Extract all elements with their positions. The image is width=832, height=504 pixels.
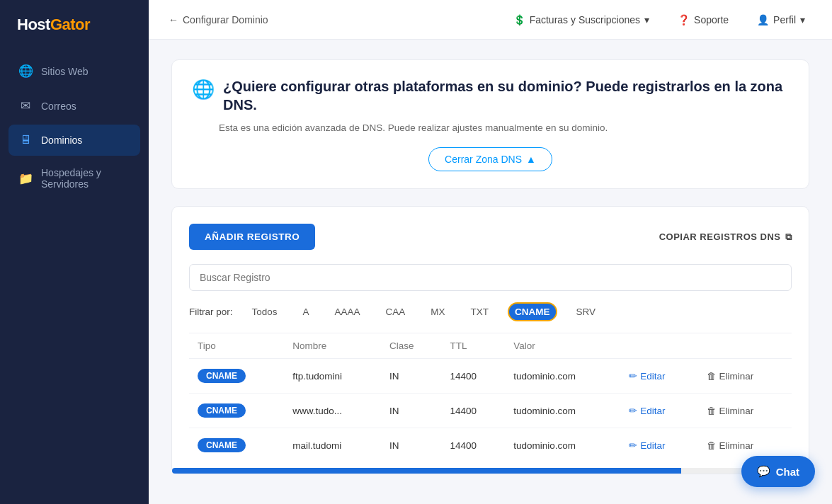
add-record-button[interactable]: AÑADIR REGISTRO [189, 224, 315, 250]
cname-badge: CNAME [198, 369, 246, 383]
facturas-nav[interactable]: 💲 Facturas y Suscripciones ▾ [506, 10, 656, 30]
cell-delete: 🗑 Eliminar [698, 359, 792, 394]
copy-icon: ⧉ [785, 231, 792, 243]
cell-nombre: mail.tudomi [284, 428, 381, 463]
close-dns-button[interactable]: Cerrar Zona DNS ▲ [428, 147, 552, 171]
logo: HostGator [0, 0, 149, 50]
filter-aaaa[interactable]: AAAA [329, 303, 367, 321]
filter-bar: Filtrar por: Todos A AAAA CAA MX TXT CNA… [189, 302, 792, 321]
cell-valor: tudominio.com [505, 394, 620, 428]
perfil-chevron-icon: ▾ [800, 14, 805, 25]
cell-tipo: CNAME [189, 428, 284, 463]
chevron-up-icon: ▲ [526, 154, 536, 165]
page-title: Configurar Dominio [183, 14, 268, 25]
sitios-web-icon: 🌐 [18, 64, 33, 79]
correos-icon: ✉ [18, 98, 33, 113]
cell-ttl: 14400 [441, 394, 505, 428]
sidebar: HostGator 🌐 Sitios Web ✉ Correos 🖥 Domin… [0, 0, 149, 504]
cell-edit: ✏ Editar [620, 394, 697, 428]
search-input[interactable] [189, 264, 792, 291]
cell-tipo: CNAME [189, 359, 284, 394]
back-button[interactable]: ← Configurar Dominio [169, 14, 268, 25]
edit-button[interactable]: ✏ Editar [629, 370, 665, 382]
chat-label: Chat [776, 466, 799, 478]
hospedajes-icon: 📁 [18, 171, 33, 186]
cname-badge: CNAME [198, 403, 246, 418]
copy-records-button[interactable]: COPIAR REGISTROS DNS ⧉ [659, 231, 792, 243]
soporte-nav[interactable]: ❓ Soporte [671, 10, 736, 30]
facturas-chevron-icon: ▾ [644, 14, 649, 25]
filter-a[interactable]: A [297, 303, 316, 321]
col-valor: Valor [505, 333, 620, 359]
col-nombre: Nombre [284, 333, 381, 359]
dominios-icon: 🖥 [18, 133, 33, 147]
cell-ttl: 14400 [441, 428, 505, 463]
cell-nombre: www.tudo... [284, 394, 381, 428]
dns-banner-title: 🌐 ¿Quiere configurar otras plataformas e… [192, 77, 789, 114]
table-scroll-bar[interactable] [172, 468, 809, 474]
col-tipo: Tipo [189, 333, 284, 359]
filter-todos[interactable]: Todos [246, 303, 284, 321]
cell-clase: IN [381, 359, 441, 394]
filter-cname[interactable]: CNAME [508, 302, 557, 321]
cell-valor: tudominio.com [505, 428, 620, 463]
edit-button[interactable]: ✏ Editar [629, 405, 665, 416]
col-actions2 [698, 333, 792, 359]
delete-button[interactable]: 🗑 Eliminar [707, 371, 754, 382]
sidebar-item-correos-label: Correos [41, 101, 76, 112]
cell-nombre: ftp.tudomini [284, 359, 381, 394]
table-row: CNAME ftp.tudomini IN 14400 tudominio.co… [189, 359, 792, 394]
sidebar-item-correos[interactable]: ✉ Correos [8, 90, 140, 122]
copy-records-label: COPIAR REGISTROS DNS [659, 231, 781, 242]
filter-srv[interactable]: SRV [570, 303, 603, 321]
cell-edit: ✏ Editar [620, 428, 697, 463]
col-clase: Clase [381, 333, 441, 359]
filter-txt[interactable]: TXT [465, 303, 496, 321]
dns-banner: 🌐 ¿Quiere configurar otras plataformas e… [171, 59, 809, 189]
question-icon: ❓ [678, 14, 690, 25]
perfil-label: Perfil [773, 14, 796, 25]
table-row: CNAME www.tudo... IN 14400 tudominio.com… [189, 394, 792, 428]
sidebar-item-hospedajes[interactable]: 📁 Hospedajes y Servidores [8, 159, 140, 198]
globe-icon: 🌐 [192, 79, 215, 101]
cname-badge: CNAME [198, 438, 246, 452]
col-ttl: TTL [441, 333, 505, 359]
dollar-icon: 💲 [513, 14, 525, 25]
cell-clase: IN [381, 394, 441, 428]
dns-table-section: AÑADIR REGISTRO COPIAR REGISTROS DNS ⧉ F… [171, 206, 809, 474]
sidebar-item-sitios-web-label: Sitios Web [41, 66, 89, 77]
cell-tipo: CNAME [189, 394, 284, 428]
filter-label: Filtrar por: [189, 307, 233, 317]
main-content: ← Configurar Dominio 💲 Facturas y Suscri… [149, 0, 832, 504]
cell-delete: 🗑 Eliminar [698, 394, 792, 428]
dns-banner-subtitle: Esta es una edición avanzada de DNS. Pue… [219, 122, 789, 133]
table-row: CNAME mail.tudomi IN 14400 tudominio.com… [189, 428, 792, 463]
cell-valor: tudominio.com [505, 359, 620, 394]
cell-clase: IN [381, 428, 441, 463]
close-dns-label: Cerrar Zona DNS [445, 154, 522, 165]
delete-button[interactable]: 🗑 Eliminar [707, 440, 754, 451]
sidebar-nav: 🌐 Sitios Web ✉ Correos 🖥 Dominios 📁 Hosp… [0, 50, 149, 204]
perfil-nav[interactable]: 👤 Perfil ▾ [750, 10, 812, 30]
cell-ttl: 14400 [441, 359, 505, 394]
dns-banner-heading: ¿Quiere configurar otras plataformas en … [223, 77, 789, 114]
sidebar-item-hospedajes-label: Hospedajes y Servidores [41, 167, 130, 190]
cell-edit: ✏ Editar [620, 359, 697, 394]
dns-records-table: Tipo Nombre Clase TTL Valor CNAME ftp.tu… [189, 333, 792, 462]
edit-button[interactable]: ✏ Editar [629, 440, 665, 451]
delete-button[interactable]: 🗑 Eliminar [707, 406, 754, 416]
sidebar-item-dominios[interactable]: 🖥 Dominios [8, 125, 140, 156]
back-arrow-icon: ← [169, 14, 178, 25]
facturas-label: Facturas y Suscripciones [530, 14, 640, 25]
user-icon: 👤 [757, 14, 769, 25]
content-area: 🌐 ¿Quiere configurar otras plataformas e… [149, 40, 832, 504]
filter-mx[interactable]: MX [424, 303, 451, 321]
chat-button[interactable]: 💬 Chat [741, 456, 815, 487]
filter-caa[interactable]: CAA [380, 303, 412, 321]
sidebar-item-dominios-label: Dominios [41, 134, 82, 146]
soporte-label: Soporte [694, 14, 729, 25]
chat-icon: 💬 [757, 465, 770, 478]
col-actions1 [620, 333, 697, 359]
sidebar-item-sitios-web[interactable]: 🌐 Sitios Web [8, 55, 140, 87]
dns-table-header: AÑADIR REGISTRO COPIAR REGISTROS DNS ⧉ [189, 224, 792, 250]
